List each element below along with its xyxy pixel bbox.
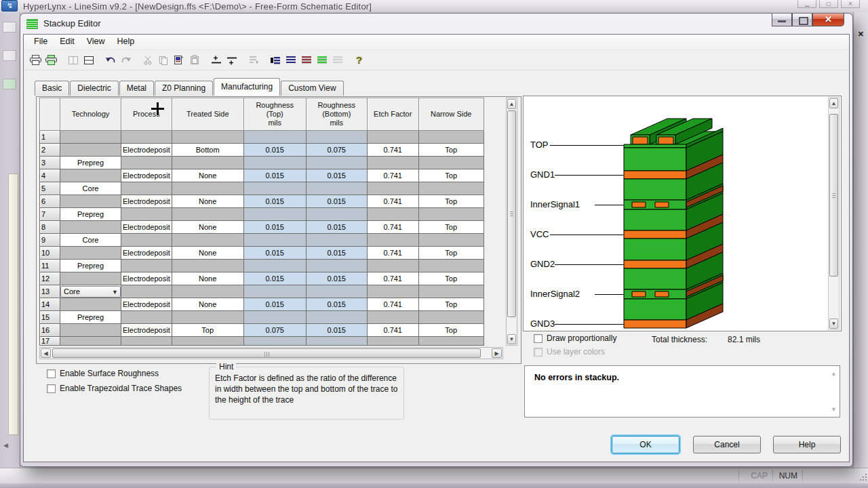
cell-roughness-bottom[interactable]: 0.015 bbox=[306, 272, 367, 285]
cell-process[interactable]: Electrodeposit bbox=[121, 195, 172, 208]
cell-process[interactable]: Electrodeposit bbox=[121, 298, 172, 311]
cell-process[interactable]: Electrodeposit bbox=[121, 144, 172, 157]
chevron-down-icon[interactable]: ▼ bbox=[112, 289, 118, 296]
viz-vertical-scrollbar[interactable]: ▲ ▼ bbox=[828, 97, 840, 330]
cell-narrow-side[interactable]: Top bbox=[418, 169, 484, 182]
cell-technology[interactable]: Prepreg bbox=[60, 157, 121, 169]
cell-treated-side[interactable]: Bottom bbox=[172, 144, 243, 157]
cell-process[interactable]: Electrodeposit bbox=[121, 272, 172, 285]
scroll-left-icon[interactable]: ◀ bbox=[3, 442, 8, 449]
cell-process[interactable]: Electrodeposit bbox=[121, 221, 172, 234]
cell-etch-factor[interactable]: 0.741 bbox=[367, 324, 418, 337]
cell-roughness-bottom[interactable]: 0.015 bbox=[306, 169, 367, 182]
row-number[interactable]: 4 bbox=[40, 169, 60, 182]
row-number[interactable]: 1 bbox=[40, 131, 60, 144]
row-number[interactable]: 7 bbox=[40, 208, 60, 221]
cell-treated-side[interactable]: None bbox=[172, 247, 243, 260]
cell-technology[interactable]: Core▼ bbox=[60, 285, 121, 298]
dialog-titlebar[interactable]: Stackup Editor ✕ bbox=[23, 14, 850, 34]
cell-etch-factor[interactable]: 0.741 bbox=[367, 169, 418, 182]
cell-treated-side[interactable]: None bbox=[172, 195, 243, 208]
cell-roughness-bottom[interactable]: 0.075 bbox=[306, 144, 367, 157]
menu-file[interactable]: File bbox=[28, 35, 54, 50]
insert-layer-above-icon[interactable] bbox=[208, 53, 224, 68]
scroll-down-icon[interactable]: ▼ bbox=[829, 319, 838, 329]
cell-roughness-bottom[interactable]: 0.015 bbox=[306, 221, 367, 234]
cell-etch-factor[interactable]: 0.741 bbox=[367, 272, 418, 285]
row-number[interactable]: 13 bbox=[40, 285, 60, 298]
table-vertical-scrollbar[interactable]: ▲ ▼ bbox=[506, 98, 517, 346]
cancel-button[interactable]: Cancel bbox=[693, 436, 761, 453]
cell-narrow-side[interactable]: Top bbox=[418, 195, 484, 208]
tab-dielectric[interactable]: Dielectric bbox=[70, 81, 118, 96]
row-number[interactable]: 14 bbox=[40, 298, 60, 311]
cell-narrow-side[interactable]: Top bbox=[418, 247, 484, 260]
add-plane-layer-icon[interactable] bbox=[283, 53, 298, 68]
enable-trapezoidal-checkbox[interactable] bbox=[47, 384, 56, 393]
tab-z0-planning[interactable]: Z0 Planning bbox=[155, 81, 213, 96]
cell-process[interactable]: Electrodeposit bbox=[121, 169, 172, 182]
maximize-button[interactable] bbox=[792, 14, 812, 26]
cell-roughness-top[interactable]: 0.015 bbox=[243, 272, 306, 285]
cell-roughness-bottom[interactable]: 0.015 bbox=[306, 298, 367, 311]
cell-narrow-side[interactable]: Top bbox=[418, 272, 484, 285]
scroll-right-icon[interactable]: ▶ bbox=[492, 348, 502, 358]
insert-layer-below-icon[interactable] bbox=[224, 53, 239, 68]
cell-treated-side[interactable]: None bbox=[172, 221, 243, 234]
cell-treated-side[interactable]: None bbox=[172, 169, 243, 182]
row-number[interactable]: 2 bbox=[40, 144, 60, 157]
tab-manufacturing[interactable]: Manufacturing bbox=[214, 78, 280, 96]
cell-roughness-top[interactable]: 0.015 bbox=[243, 195, 306, 208]
cell-roughness-top[interactable]: 0.015 bbox=[243, 169, 306, 182]
cell-treated-side[interactable]: None bbox=[172, 272, 243, 285]
row-number[interactable]: 12 bbox=[40, 272, 60, 285]
minimize-button[interactable] bbox=[772, 14, 792, 26]
tab-custom-view[interactable]: Custom View bbox=[281, 81, 343, 96]
copy-to-document-icon[interactable] bbox=[171, 53, 186, 68]
row-number[interactable]: 6 bbox=[40, 195, 60, 208]
cell-roughness-top[interactable]: 0.015 bbox=[243, 221, 306, 234]
help-icon[interactable]: ? bbox=[351, 53, 367, 68]
cell-treated-side[interactable]: None bbox=[172, 298, 243, 311]
scroll-left-icon[interactable]: ◀ bbox=[41, 348, 51, 358]
row-number[interactable]: 10 bbox=[40, 247, 60, 260]
scroll-up-icon[interactable]: ▲ bbox=[507, 99, 516, 109]
ok-button[interactable]: OK bbox=[612, 436, 679, 453]
cell-narrow-side[interactable]: Top bbox=[418, 298, 484, 311]
cell-narrow-side[interactable]: Top bbox=[418, 324, 484, 337]
cell-technology[interactable]: Core bbox=[60, 234, 121, 247]
row-number[interactable]: 16 bbox=[40, 324, 60, 337]
scrollbar-thumb[interactable] bbox=[829, 114, 838, 277]
maximize-icon[interactable]: ▢ bbox=[819, 0, 838, 8]
cell-etch-factor[interactable]: 0.741 bbox=[367, 298, 418, 311]
minimize-icon[interactable]: ▁ bbox=[797, 0, 816, 8]
menu-view[interactable]: View bbox=[81, 35, 111, 50]
cell-technology[interactable]: Prepreg bbox=[60, 311, 121, 324]
row-number[interactable]: 5 bbox=[40, 182, 60, 195]
menu-edit[interactable]: Edit bbox=[54, 35, 81, 50]
cell-roughness-top[interactable]: 0.015 bbox=[243, 247, 306, 260]
scroll-up-icon[interactable]: ▲ bbox=[829, 98, 838, 108]
cell-etch-factor[interactable]: 0.741 bbox=[367, 195, 418, 208]
scroll-down-icon[interactable]: ▼ bbox=[507, 334, 516, 344]
row-number[interactable]: 9 bbox=[40, 234, 60, 247]
technology-dropdown[interactable]: Core▼ bbox=[60, 286, 121, 298]
print-icon[interactable] bbox=[28, 53, 43, 68]
cell-roughness-bottom[interactable]: 0.015 bbox=[306, 324, 367, 337]
cell-treated-side[interactable]: Top bbox=[172, 324, 243, 337]
panel-close-icon[interactable]: ✕ bbox=[858, 30, 864, 39]
row-number[interactable]: 17 bbox=[40, 337, 60, 346]
resize-grip[interactable] bbox=[859, 474, 867, 482]
tab-basic[interactable]: Basic bbox=[35, 81, 69, 96]
cell-roughness-top[interactable]: 0.075 bbox=[243, 324, 306, 337]
enable-surface-roughness-checkbox[interactable] bbox=[47, 369, 56, 378]
draw-proportionally-checkbox[interactable] bbox=[534, 334, 542, 343]
cell-roughness-bottom[interactable]: 0.015 bbox=[306, 195, 367, 208]
row-number[interactable]: 15 bbox=[40, 311, 60, 324]
row-number[interactable]: 3 bbox=[40, 157, 60, 169]
cell-technology[interactable]: Prepreg bbox=[60, 260, 121, 272]
add-signal-layer-icon[interactable] bbox=[267, 53, 283, 68]
cell-technology[interactable]: Prepreg bbox=[60, 208, 121, 221]
row-number[interactable]: 8 bbox=[40, 221, 60, 234]
undo-icon[interactable] bbox=[102, 53, 118, 68]
